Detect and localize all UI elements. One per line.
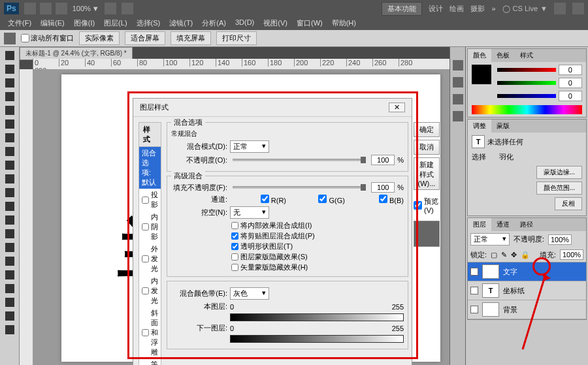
ws-link-paint[interactable]: 绘画 [449, 4, 464, 14]
fill-screen-button[interactable]: 填充屏幕 [171, 31, 211, 45]
crop-tool[interactable] [1, 104, 19, 117]
lock-all-icon[interactable]: 🔒 [521, 251, 530, 259]
g-slider[interactable] [497, 81, 556, 85]
type-tool[interactable] [1, 255, 19, 268]
path-select-tool[interactable] [1, 268, 19, 281]
adv-check-2[interactable]: 透明形状图层(T) [231, 242, 404, 251]
menu-图层[interactable]: 图层(L) [100, 17, 131, 30]
visibility-toggle[interactable] [470, 306, 478, 313]
history-brush-tool[interactable] [1, 172, 19, 185]
adv-check-1[interactable]: 将剪贴图层混合成组(P) [231, 231, 404, 241]
scroll-all-checkbox[interactable]: 滚动所有窗口 [21, 33, 74, 43]
adv-check-0[interactable]: 将内部效果混合成组(I) [231, 221, 404, 230]
workspace-button[interactable]: 基本功能 [382, 2, 422, 16]
g-value[interactable]: 0 [559, 78, 582, 88]
under-layer-gradient[interactable] [230, 335, 404, 343]
layer-row-1[interactable]: T坐标纸 [468, 281, 586, 300]
color-ramp[interactable] [472, 105, 582, 114]
r-value[interactable]: 0 [559, 65, 582, 75]
style-item-5[interactable]: 斜面和浮雕 [139, 307, 161, 358]
eyedropper-tool[interactable] [1, 118, 19, 131]
wand-tool[interactable] [1, 90, 19, 103]
opacity-slider[interactable] [233, 159, 366, 161]
move-tool[interactable] [1, 49, 19, 62]
arrange-icon[interactable] [105, 3, 116, 14]
dodge-tool[interactable] [1, 227, 19, 240]
layer-row-2[interactable]: 背景 [468, 300, 586, 319]
style-item-2[interactable]: 内阴影 [139, 211, 161, 243]
menu-3D[interactable]: 3D(D) [231, 17, 258, 30]
style-item-3[interactable]: 外发光 [139, 243, 161, 275]
tab-styles[interactable]: 样式 [515, 49, 538, 62]
paragraph-panel-icon[interactable] [453, 94, 463, 104]
ws-link-photo[interactable]: 摄影 [470, 4, 485, 14]
channel-b-checkbox[interactable]: B(B) [348, 195, 404, 204]
healing-tool[interactable] [1, 131, 19, 144]
r-slider[interactable] [497, 68, 556, 72]
preview-checkbox[interactable]: 预览(V) [414, 197, 440, 214]
fill-opacity-value[interactable]: 100 [371, 182, 395, 193]
minibridge-icon[interactable] [40, 3, 52, 14]
mask-edge-button[interactable]: 蒙版边缘... [536, 166, 582, 179]
menu-窗口[interactable]: 窗口(W) [293, 17, 327, 30]
window-max-icon[interactable] [572, 3, 584, 14]
b-slider[interactable] [497, 94, 556, 98]
tab-color[interactable]: 颜色 [468, 49, 491, 62]
menu-文件[interactable]: 文件(F) [4, 17, 35, 30]
history-panel-icon[interactable] [453, 60, 463, 71]
lock-position-icon[interactable]: ✥ [511, 251, 517, 259]
visibility-toggle[interactable] [470, 268, 478, 276]
tab-masks[interactable]: 蒙版 [491, 119, 515, 133]
color-swap-tool[interactable] [1, 323, 19, 336]
style-item-4[interactable]: 内发光 [139, 275, 161, 307]
brush-tool[interactable] [1, 145, 19, 158]
lasso-tool[interactable] [1, 76, 19, 89]
menu-编辑[interactable]: 编辑(E) [37, 17, 69, 30]
channel-g-checkbox[interactable]: G(G) [289, 195, 345, 204]
rectangle-tool[interactable] [1, 282, 19, 295]
screen-mode-icon[interactable] [122, 3, 133, 14]
other-panel-icon[interactable] [453, 111, 463, 121]
marquee-tool[interactable] [1, 63, 19, 76]
bridge-icon[interactable] [24, 3, 36, 14]
zoom-tool[interactable] [1, 309, 19, 323]
style-item-1[interactable]: 投影 [139, 189, 161, 211]
menu-选择[interactable]: 选择(S) [133, 17, 165, 30]
lock-pixels-icon[interactable]: ✎ [501, 251, 507, 259]
actual-pixels-button[interactable]: 实际像素 [79, 31, 120, 45]
color-range-button[interactable]: 颜色范围... [536, 182, 582, 195]
tab-adjustments[interactable]: 调整 [468, 119, 491, 133]
eraser-tool[interactable] [1, 186, 19, 199]
cancel-button[interactable]: 取消 [414, 140, 440, 155]
dialog-close-button[interactable]: ✕ [389, 103, 405, 112]
knockout-select[interactable]: 无▾ [230, 206, 269, 219]
ws-link-design[interactable]: 设计 [429, 4, 443, 14]
style-item-0[interactable]: 混合选项:默认 [139, 147, 161, 189]
menu-视图[interactable]: 视图(V) [259, 17, 291, 30]
invert-button[interactable]: 反相 [555, 197, 582, 210]
opacity-value[interactable]: 100 [371, 155, 395, 165]
adv-check-3[interactable]: 图层蒙版隐藏效果(S) [231, 252, 404, 262]
adv-check-4[interactable]: 矢量蒙版隐藏效果(H) [231, 262, 404, 272]
tab-channels[interactable]: 通道 [491, 218, 515, 231]
menu-分析[interactable]: 分析(A) [198, 17, 230, 30]
b-value[interactable]: 0 [559, 91, 582, 101]
window-min-icon[interactable] [554, 3, 566, 14]
tab-layers[interactable]: 图层 [468, 218, 491, 231]
blend-mode-select[interactable]: 正常▾ [230, 140, 269, 153]
tool-preset-icon[interactable] [4, 33, 16, 44]
gradient-tool[interactable] [1, 200, 19, 213]
lock-transparent-icon[interactable]: ▢ [491, 251, 497, 259]
zoom-dropdown[interactable]: 100% ▼ [73, 5, 99, 12]
blendif-select[interactable]: 灰色▾ [230, 287, 269, 300]
fill-value[interactable]: 100% [560, 249, 583, 260]
foreground-color-swatch[interactable] [472, 65, 491, 84]
cslive-menu[interactable]: ◯ CS Live ▼ [502, 5, 547, 13]
new-style-button[interactable]: 新建样式(W)... [414, 157, 440, 190]
tab-paths[interactable]: 路径 [515, 218, 538, 231]
view-extras-icon[interactable] [56, 3, 67, 14]
menu-帮助[interactable]: 帮助(H) [328, 17, 360, 30]
blur-tool[interactable] [1, 214, 19, 227]
layer-row-0[interactable]: T文字 [468, 262, 586, 281]
pen-tool[interactable] [1, 241, 19, 254]
